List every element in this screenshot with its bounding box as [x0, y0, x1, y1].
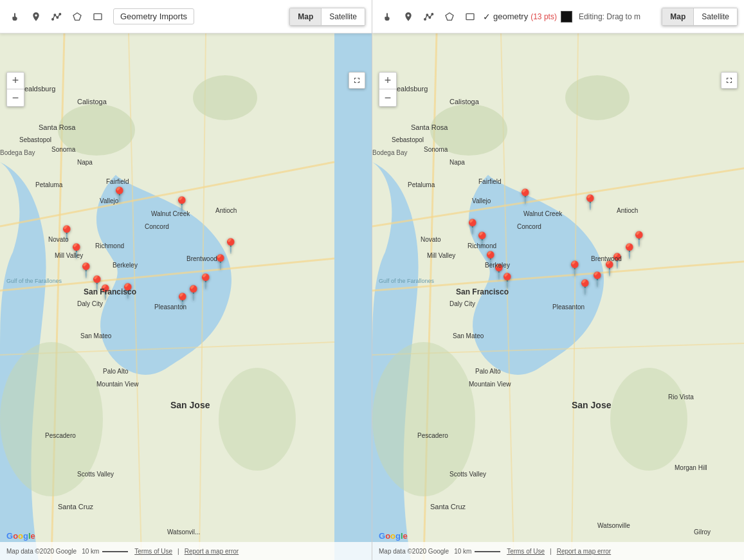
label-healdsburg: Healdsburg	[19, 85, 55, 93]
geometry-pts: (13 pts)	[531, 12, 557, 21]
svg-point-19	[429, 17, 431, 19]
label-sonoma: Sonoma	[51, 146, 75, 153]
right-separator: |	[550, 548, 552, 555]
rectangle-tool-left[interactable]	[89, 8, 107, 26]
label-vallejo: Vallejo	[100, 197, 118, 204]
svg-point-1	[54, 14, 56, 16]
r-label-fairfield: Fairfield	[478, 178, 502, 185]
left-zoom-in[interactable]: +	[7, 73, 24, 89]
left-scale: 10 km	[82, 548, 129, 555]
color-swatch[interactable]	[561, 11, 572, 23]
left-report-error[interactable]: Report a map error	[185, 548, 239, 555]
r-label-san-mateo: San Mateo	[453, 332, 484, 339]
r-label-richmond: Richmond	[467, 242, 496, 249]
r-label-pleasanton: Pleasanton	[552, 303, 585, 311]
label-richmond: Richmond	[95, 242, 124, 249]
svg-point-20	[431, 13, 433, 15]
label-brentwood: Brentwood	[186, 255, 217, 262]
svg-marker-4	[73, 13, 81, 20]
svg-point-33	[610, 368, 687, 471]
pin-right-13[interactable]: 📍	[566, 262, 583, 276]
right-zoom-controls: + −	[379, 72, 397, 107]
left-map-tab[interactable]: Map	[290, 8, 321, 25]
label-santa-cruz-left: Santa Cruz	[58, 503, 93, 510]
r-label-mill-valley: Mill Valley	[427, 252, 455, 259]
right-draw-tools	[379, 8, 479, 26]
pin-right-12[interactable]: 📍	[576, 280, 594, 294]
svg-point-16	[219, 368, 296, 471]
pin-right-7[interactable]: 📍	[498, 274, 516, 288]
label-pleasanton: Pleasanton	[154, 303, 186, 311]
label-novato: Novato	[48, 236, 69, 243]
r-label-pescadero: Pescadero	[417, 432, 448, 439]
r-label-daly-city: Daly City	[449, 300, 475, 307]
r-label-gilroy: Gilroy	[694, 528, 711, 536]
r-label-sonoma: Sonoma	[424, 146, 448, 153]
left-map-footer: Google Map data ©2020 Google 10 km Terms…	[0, 542, 372, 560]
r-label-vallejo: Vallejo	[472, 197, 491, 204]
editing-label: Editing: Drag to m	[579, 12, 640, 21]
left-map-type: Map Satellite	[289, 8, 365, 26]
label-pescadero: Pescadero	[45, 432, 76, 439]
geometry-name: geometry	[493, 12, 528, 21]
r-label-antioch: Antioch	[617, 207, 638, 214]
right-zoom-out[interactable]: −	[379, 89, 396, 106]
right-satellite-tab[interactable]: Satellite	[694, 8, 737, 25]
left-zoom-out[interactable]: −	[7, 89, 24, 106]
label-sf: San Francisco	[84, 287, 136, 296]
label-mill-valley: Mill Valley	[55, 252, 83, 259]
label-bodega: Bodega Bay	[0, 149, 35, 156]
polygon-tool-right[interactable]	[440, 8, 458, 26]
right-terms[interactable]: Terms of Use	[507, 548, 545, 555]
left-terms[interactable]: Terms of Use	[134, 548, 172, 555]
pin-left-2[interactable]: 📍	[173, 197, 190, 212]
r-label-napa: Napa	[449, 159, 465, 166]
left-satellite-tab[interactable]: Satellite	[322, 8, 365, 25]
svg-point-31	[565, 75, 630, 120]
r-label-rio-vista: Rio Vista	[668, 393, 694, 401]
label-calistoga: Calistoga	[77, 98, 107, 105]
r-label-sf: San Francisco	[456, 287, 509, 296]
r-label-palo-alto: Palo Alto	[475, 368, 500, 375]
rectangle-tool-right[interactable]	[461, 8, 479, 26]
svg-point-14	[193, 75, 257, 120]
google-logo-right: Google	[379, 531, 408, 541]
r-label-morgan-hill: Morgan Hill	[675, 464, 707, 471]
left-panel: Geometry Imports Map Satellite	[0, 0, 372, 560]
label-san-mateo: San Mateo	[80, 332, 111, 339]
pin-left-8[interactable]: 📍	[222, 239, 239, 253]
right-map-svg	[372, 33, 744, 560]
marker-tool-right[interactable]	[399, 8, 417, 26]
r-label-scotts-valley: Scotts Valley	[449, 471, 486, 478]
polyline-tool-right[interactable]	[420, 8, 438, 26]
pin-right-1[interactable]: 📍	[516, 190, 534, 204]
left-map-area[interactable]: Healdsburg Calistoga Santa Rosa Sebastop…	[0, 33, 372, 560]
left-fullscreen[interactable]	[349, 72, 365, 89]
hand-tool-right[interactable]	[379, 8, 397, 26]
left-scale-text: 10 km	[82, 548, 99, 555]
right-map-tab[interactable]: Map	[662, 8, 693, 25]
polygon-tool-left[interactable]	[68, 8, 86, 26]
label-san-jose-left: San Jose	[170, 400, 210, 410]
svg-point-17	[424, 18, 426, 20]
r-label-gulf: Gulf of the Farallones	[379, 278, 434, 284]
label-concord: Concord	[145, 223, 169, 230]
left-toolbar: Geometry Imports Map Satellite	[0, 0, 372, 33]
right-fullscreen[interactable]	[721, 72, 738, 89]
right-map-area[interactable]: Healdsburg Calistoga Santa Rosa Sebastop…	[372, 33, 744, 560]
marker-tool-left[interactable]	[27, 8, 45, 26]
left-map-credit: Map data ©2020 Google	[6, 548, 77, 555]
right-report-error[interactable]: Report a map error	[557, 548, 611, 555]
right-scale-text: 10 km	[454, 548, 471, 555]
r-label-bodega: Bodega Bay	[372, 149, 408, 156]
label-napa: Napa	[77, 159, 93, 166]
right-zoom-in[interactable]: +	[379, 73, 396, 89]
label-watsonville-left: Watsonvil...	[167, 528, 200, 536]
hand-tool-left[interactable]	[6, 8, 24, 26]
r-label-watsonville: Watsonville	[597, 522, 630, 529]
svg-point-2	[57, 17, 59, 19]
pin-right-2[interactable]: 📍	[581, 195, 599, 210]
left-separator: |	[177, 548, 179, 555]
left-zoom-controls: + −	[6, 72, 24, 107]
polyline-tool-left[interactable]	[48, 8, 66, 26]
